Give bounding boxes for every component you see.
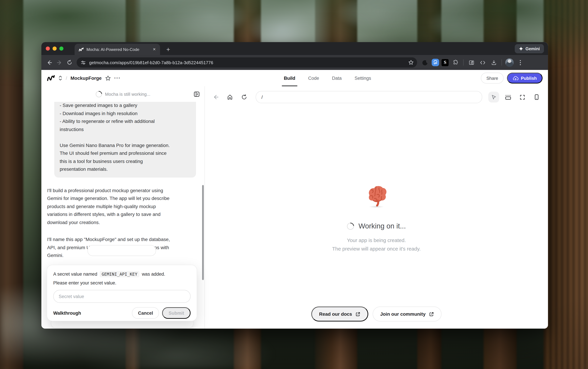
assistant-line: I'll build a professional product mockup…: [47, 186, 198, 195]
profile-avatar[interactable]: [505, 58, 514, 67]
browser-toolbar: getmocha.com/apps/019b81ef-b2d0-7a8b-b12…: [41, 55, 548, 70]
tab-data[interactable]: Data: [332, 70, 342, 86]
secret-value-input[interactable]: [53, 290, 191, 303]
cloud-upload-icon: [513, 75, 519, 81]
working-title: Working on it...: [358, 222, 406, 230]
read-docs-label: Read our docs: [319, 311, 352, 317]
bookmark-star-icon[interactable]: [407, 58, 415, 67]
downloads-icon[interactable]: [489, 58, 498, 67]
secret-dialog-prompt: Please enter your secret value.: [53, 280, 191, 286]
gemini-badge-label: Gemini: [525, 46, 540, 51]
preview-back-icon[interactable]: [210, 92, 221, 102]
join-community-label: Join our community: [380, 311, 426, 317]
tab-code[interactable]: Code: [308, 70, 319, 86]
chat-scrollbar-thumb[interactable]: [202, 185, 204, 280]
collapse-panel-icon[interactable]: [193, 91, 200, 97]
mocha-logo-icon[interactable]: [47, 75, 55, 82]
submit-button[interactable]: Submit: [162, 307, 191, 319]
tab-build[interactable]: Build: [284, 70, 295, 86]
browser-tab-strip: Mocha: AI-Powered No-Code ✕ + Gemini: [41, 42, 548, 55]
external-link-icon: [429, 311, 434, 317]
close-window-button[interactable]: [46, 47, 50, 51]
back-button[interactable]: [44, 57, 54, 68]
app-switcher-icon[interactable]: [58, 75, 62, 81]
wave-extension-icon[interactable]: [432, 59, 439, 66]
publish-button-label: Publish: [521, 75, 537, 81]
publish-button[interactable]: Publish: [507, 73, 543, 83]
forward-button[interactable]: [54, 57, 64, 68]
reload-button[interactable]: [64, 57, 75, 68]
user-message-line: The UI should feel premium and professio…: [60, 149, 191, 157]
secret-value-dialog: A secret value named GEMINI_API_KEY was …: [47, 265, 197, 321]
mobile-view-icon[interactable]: [531, 92, 542, 102]
user-message-line: presentation materials.: [60, 165, 191, 173]
browser-window: Mocha: AI-Powered No-Code ✕ + Gemini: [41, 42, 548, 328]
assistant-line: variations in different styles, with a g…: [47, 210, 198, 218]
secret-dialog-message: A secret value named GEMINI_API_KEY was …: [53, 271, 191, 277]
site-settings-icon[interactable]: [81, 60, 86, 65]
dark-mode-moon-icon[interactable]: [421, 58, 429, 67]
select-element-tool-icon[interactable]: [488, 92, 499, 102]
extensions-puzzle-icon[interactable]: [451, 58, 460, 67]
toolbar-divider: [463, 59, 464, 65]
join-community-button[interactable]: Join our community: [373, 307, 441, 321]
app-header-right: Share Publish: [481, 73, 543, 83]
status-spinner-icon: [94, 90, 103, 99]
extensions-row: S: [421, 58, 524, 67]
app-tabs: Build Code Data Settings: [284, 70, 371, 86]
external-link-icon: [355, 311, 361, 317]
preview-toolbar: /: [205, 86, 548, 108]
assistant-line: download your creations.: [47, 218, 198, 226]
browser-menu-icon[interactable]: [516, 58, 524, 67]
chat-panel: Mocha is still working... - Save generat…: [41, 86, 205, 328]
user-message-line: Use Gemini Nano Banana Pro for image gen…: [60, 141, 191, 149]
address-bar[interactable]: getmocha.com/apps/019b81ef-b2d0-7a8b-b12…: [77, 57, 417, 68]
toggle-browser-bar-icon[interactable]: [502, 92, 513, 102]
preview-address-bar[interactable]: /: [256, 91, 482, 103]
subtitle-line: Your app is being created.: [205, 236, 548, 245]
hidden-action-pill: [88, 245, 156, 256]
assistant-line: products and generate multiple high-qual…: [47, 203, 198, 210]
working-subtitle: Your app is being created. The preview w…: [205, 236, 548, 253]
preview-home-icon[interactable]: [225, 92, 235, 102]
tab-close-icon[interactable]: ✕: [151, 46, 157, 52]
user-message-line: - Save generated images to a gallery: [60, 102, 191, 110]
s-extension-icon[interactable]: S: [441, 59, 449, 66]
more-options-icon[interactable]: ···: [114, 75, 121, 81]
url-text[interactable]: getmocha.com/apps/019b81ef-b2d0-7a8b-b12…: [89, 60, 403, 65]
fullscreen-icon[interactable]: [517, 92, 528, 102]
preview-refresh-icon[interactable]: [239, 92, 250, 102]
breadcrumb-separator: /: [66, 75, 67, 81]
app-name[interactable]: MockupForge: [70, 75, 102, 81]
user-message-line: - Download images in high resolution: [60, 110, 191, 117]
walkthrough-link[interactable]: Walkthrough: [53, 310, 81, 316]
share-button[interactable]: Share: [481, 73, 504, 83]
user-message-line: instructions: [60, 125, 191, 133]
tab-title: Mocha: AI-Powered No-Code: [87, 47, 148, 52]
assistant-line: Gemini for image generation. The app wil…: [47, 195, 198, 203]
cancel-button[interactable]: Cancel: [132, 307, 159, 319]
secret-dialog-footer: Walkthrough Cancel Submit: [53, 307, 191, 319]
toolbar-divider: [501, 59, 502, 65]
preview-status-stack: Working on it... Your app is being creat…: [205, 184, 548, 253]
reading-mode-icon[interactable]: [467, 58, 476, 67]
tab-settings[interactable]: Settings: [354, 70, 371, 86]
new-tab-button[interactable]: +: [163, 45, 173, 54]
preview-address-value: /: [261, 94, 263, 100]
sparkle-icon: [519, 47, 523, 51]
zoom-window-button[interactable]: [59, 47, 63, 51]
subtitle-line: The preview will appear once it's ready.: [205, 245, 548, 253]
preview-bottom-actions: Read our docs Join our community: [205, 307, 548, 321]
app-header: / MockupForge ··· Build Code Data Settin…: [41, 70, 548, 86]
minimize-window-button[interactable]: [53, 47, 57, 51]
read-docs-button[interactable]: Read our docs: [311, 307, 368, 321]
secret-message-suffix: was added.: [142, 272, 165, 277]
user-message-line: - Ability to regenerate or refine with a…: [60, 117, 191, 125]
window-controls: [46, 42, 63, 55]
browser-tab[interactable]: Mocha: AI-Powered No-Code ✕: [75, 44, 160, 55]
gemini-badge[interactable]: Gemini: [515, 44, 544, 53]
assistant-paragraph: I'll build a professional product mockup…: [47, 186, 198, 226]
favorite-star-icon[interactable]: [105, 75, 111, 81]
agent-status-row: Mocha is still working...: [41, 86, 205, 102]
dev-code-icon[interactable]: [478, 58, 487, 67]
